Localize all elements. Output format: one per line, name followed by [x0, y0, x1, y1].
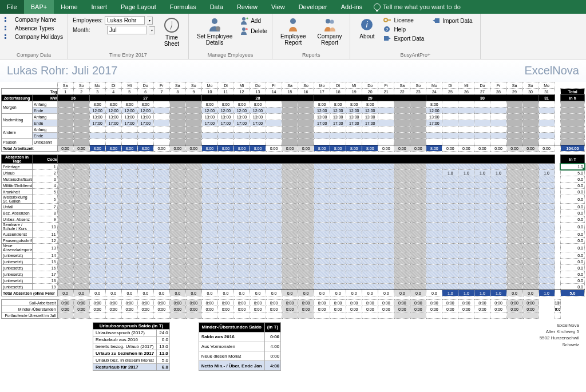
people-icon — [323, 17, 336, 32]
dropdown-icon[interactable]: ▾ — [147, 17, 153, 25]
group-label: Reports — [277, 51, 345, 58]
svg-rect-15 — [384, 36, 389, 41]
person-delete-icon: × — [240, 27, 248, 35]
svg-point-2 — [242, 17, 246, 21]
tab-insert[interactable]: Insert — [85, 0, 114, 14]
import-data-button[interactable]: Import Data — [429, 16, 476, 25]
ribbon-group-busyant: iAbout License ?Help Export Data Import … — [350, 14, 481, 59]
group-label: BusyAntPro+ — [355, 51, 476, 58]
export-data-button[interactable]: Export Data — [383, 34, 424, 42]
import-icon — [432, 17, 440, 24]
ribbon-group-company-data: Company Name Absence Types Company Holid… — [0, 14, 68, 59]
group-label: Manage Employees — [193, 51, 267, 58]
group-label: Time Entry 2017 — [73, 51, 184, 58]
company-name-button[interactable]: Company Name — [5, 16, 63, 23]
about-button[interactable]: iAbout — [355, 16, 379, 41]
export-icon — [383, 35, 391, 42]
group-label: Company Data — [5, 51, 63, 58]
license-button[interactable]: License — [383, 16, 424, 24]
timesheet-grid[interactable]: SaSoMoDiMiDoFrSaSoMoDiMiDoFrSaSoMoDiMiDo… — [1, 82, 585, 319]
company-address: ExcelNovaAlter Kirchweg 55502 Hunzenschw… — [540, 322, 585, 371]
sheet-title-bar: Lukas Rohr: Juli 2017 ExcelNova — [0, 60, 586, 82]
svg-rect-16 — [435, 18, 440, 23]
company-report-button[interactable]: Company Report — [314, 16, 346, 47]
brand-label: ExcelNova — [524, 64, 579, 77]
set-employee-details-button[interactable]: Set Employee Details — [193, 16, 236, 47]
month-select[interactable] — [107, 26, 147, 34]
absence-types-button[interactable]: Absence Types — [5, 25, 63, 32]
employees-select[interactable] — [105, 16, 145, 25]
help-button[interactable]: ?Help — [383, 25, 424, 33]
ribbon-group-manage-employees: Set Employee Details +Add ×Delete Manage… — [189, 14, 272, 59]
bulb-icon — [374, 3, 381, 10]
tab-bap[interactable]: BAP+ — [24, 0, 54, 14]
svg-point-1 — [216, 26, 220, 31]
overtime-summary-table: Minder-/Überstunden Saldo(in T) Saldo au… — [199, 322, 281, 371]
list-icon — [5, 17, 13, 23]
delete-employee-button[interactable]: ×Delete — [240, 26, 267, 35]
svg-rect-12 — [387, 19, 391, 21]
ribbon-group-reports: Employee Report Company Report Reports — [272, 14, 350, 59]
info-icon: i — [361, 17, 373, 32]
clock-icon — [164, 18, 179, 33]
tab-file[interactable]: File — [0, 0, 24, 14]
tab-page-layout[interactable]: Page Layout — [114, 0, 163, 14]
tab-data[interactable]: Data — [203, 0, 230, 14]
dropdown-icon[interactable]: ▾ — [149, 26, 155, 34]
list-icon — [5, 26, 13, 31]
vacation-summary-table: Urlaubsanspruch Saldo (in T) Urlaubsansp… — [93, 322, 170, 371]
menu-tabs: File BAP+ Home Insert Page Layout Formul… — [0, 0, 586, 14]
employee-report-button[interactable]: Employee Report — [277, 16, 309, 47]
ribbon: Company Name Absence Types Company Holid… — [0, 14, 586, 60]
tab-addins[interactable]: Add-ins — [334, 0, 369, 14]
tab-home[interactable]: Home — [54, 0, 84, 14]
tab-formulas[interactable]: Formulas — [163, 0, 203, 14]
svg-text:×: × — [246, 27, 248, 31]
svg-text:+: + — [246, 17, 248, 21]
list-icon — [5, 34, 13, 40]
svg-point-7 — [326, 19, 330, 23]
page-title: Lukas Rohr: Juli 2017 — [7, 64, 117, 77]
tab-developer[interactable]: Developer — [292, 0, 334, 14]
svg-text:?: ? — [386, 27, 389, 32]
help-icon: ? — [383, 26, 391, 33]
person-gear-icon — [208, 17, 221, 32]
svg-point-8 — [330, 20, 334, 24]
company-holidays-button[interactable]: Company Holidays — [5, 33, 63, 41]
tab-review[interactable]: Review — [230, 0, 264, 14]
tab-view[interactable]: View — [264, 0, 292, 14]
add-employee-button[interactable]: +Add — [240, 16, 267, 25]
svg-point-0 — [212, 18, 217, 24]
tell-me-search[interactable]: Tell me what you want to do — [369, 3, 465, 10]
time-sheet-button[interactable]: Time Sheet — [160, 16, 184, 48]
key-icon — [383, 17, 391, 23]
person-icon — [287, 17, 299, 32]
ribbon-group-time-entry: Employees:▾ Month:▾ Time Sheet Time Entr… — [68, 14, 189, 59]
svg-point-6 — [290, 18, 296, 24]
person-add-icon: + — [240, 17, 248, 25]
